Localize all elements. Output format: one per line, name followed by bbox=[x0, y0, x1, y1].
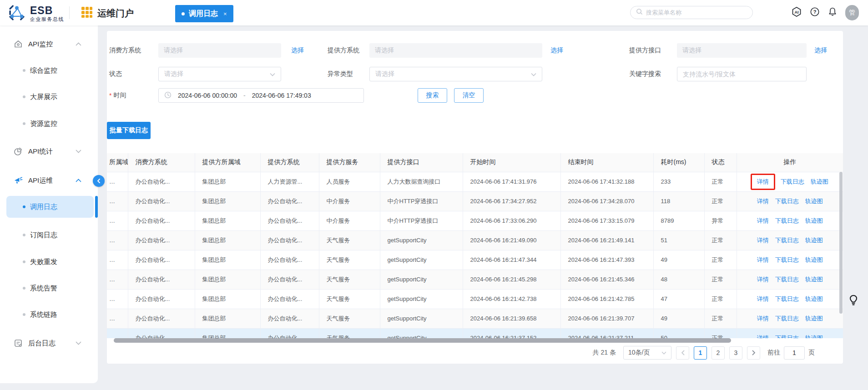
action-detail-link[interactable]: 详情 bbox=[757, 295, 769, 303]
lightbulb-icon[interactable] bbox=[848, 295, 859, 308]
action-detail-link[interactable]: 详情 bbox=[757, 197, 769, 205]
action-detail-link[interactable]: 详情 bbox=[757, 217, 769, 225]
column-header: 结束时间 bbox=[560, 153, 653, 172]
action-trace-map-link[interactable]: 轨迹图 bbox=[805, 217, 823, 225]
menu-search[interactable] bbox=[630, 6, 753, 19]
table-row: …办公自动化...集团总部办公自动化...天气服务getSupportCity2… bbox=[107, 309, 843, 328]
action-download-log-link[interactable]: 下载日志 bbox=[775, 236, 799, 245]
bell-icon[interactable] bbox=[828, 7, 838, 19]
action-download-log-link[interactable]: 下载日志 bbox=[775, 295, 799, 303]
sidebar-item-api-stats[interactable]: API统计 bbox=[0, 140, 98, 162]
action-trace-map-link[interactable]: 轨迹图 bbox=[805, 197, 823, 205]
sidebar-item-resource[interactable]: 资源监控 bbox=[0, 113, 98, 135]
provider-api-input[interactable]: 请选择 bbox=[677, 43, 807, 58]
action-download-log-link[interactable]: 下载日志 bbox=[781, 178, 804, 186]
column-header: 耗时(ms) bbox=[653, 153, 704, 172]
table-vertical-scrollbar[interactable] bbox=[839, 172, 843, 314]
search-button[interactable]: 搜索 bbox=[418, 88, 447, 103]
table-cell: 118 bbox=[653, 191, 704, 211]
action-trace-map-link[interactable]: 轨迹图 bbox=[805, 334, 823, 339]
sidebar-item-call-log[interactable]: 调用日志 bbox=[6, 196, 94, 218]
action-detail-link[interactable]: 详情 bbox=[757, 334, 769, 339]
table-cell: 办公自动化... bbox=[260, 191, 319, 211]
bullet-dot bbox=[23, 234, 25, 236]
clear-button[interactable]: 清空 bbox=[454, 88, 484, 103]
chevron-down-icon bbox=[76, 341, 81, 345]
action-trace-map-link[interactable]: 轨迹图 bbox=[805, 295, 823, 303]
table-cell: 48 bbox=[653, 270, 704, 289]
table-cell: … bbox=[107, 289, 128, 309]
action-trace-map-link[interactable]: 轨迹图 bbox=[811, 178, 828, 186]
page-number-3[interactable]: 3 bbox=[729, 346, 742, 360]
sidebar-item-api-monitor[interactable]: API监控 bbox=[0, 33, 98, 55]
action-download-log-link[interactable]: 下载日志 bbox=[775, 256, 799, 264]
keyword-input[interactable] bbox=[683, 70, 801, 78]
tab-close-icon[interactable]: × bbox=[223, 10, 227, 17]
table-cell: 2024-06-06 16:21:39.707 bbox=[560, 309, 653, 328]
goto-label: 前往 bbox=[767, 349, 780, 357]
sidebar-item-label: 调用日志 bbox=[30, 203, 57, 211]
time-start-value: 2024-06-06 00:00:00 bbox=[178, 92, 237, 99]
table-cell: 2024-06-06 17:34:27.952 bbox=[463, 191, 560, 211]
ai-assistant-icon[interactable]: AI bbox=[791, 6, 802, 19]
prev-page-button[interactable] bbox=[676, 346, 689, 360]
sidebar-item-backend-log[interactable]: 后台日志 bbox=[0, 332, 98, 354]
action-trace-map-link[interactable]: 轨迹图 bbox=[805, 315, 823, 323]
help-icon[interactable]: ? bbox=[810, 7, 820, 19]
next-page-button[interactable] bbox=[747, 346, 760, 360]
page-size-select[interactable]: 10条/页 bbox=[623, 346, 671, 360]
sidebar-item-retry[interactable]: 失败重发 bbox=[0, 251, 98, 273]
chevron-down-icon bbox=[661, 351, 666, 355]
table-cell: 人员服务 bbox=[319, 172, 380, 191]
action-download-log-link[interactable]: 下载日志 bbox=[775, 217, 799, 225]
sidebar-collapse-button[interactable] bbox=[93, 175, 105, 187]
main-panel: 消费方系统 请选择 选择 提供方系统 请选择 选择 提供方接口 请选择 选择 状… bbox=[107, 31, 843, 364]
status-select[interactable]: 请选择 bbox=[158, 67, 281, 81]
table-cell: 天气服务 bbox=[319, 250, 380, 270]
table-cell: … bbox=[107, 191, 128, 211]
action-download-log-link[interactable]: 下载日志 bbox=[775, 334, 799, 339]
action-detail-link[interactable]: 详情 bbox=[757, 236, 769, 245]
page-number-1[interactable]: 1 bbox=[694, 346, 707, 360]
action-download-log-link[interactable]: 下载日志 bbox=[775, 275, 799, 284]
consumer-system-select-link[interactable]: 选择 bbox=[291, 43, 304, 58]
provider-system-input[interactable]: 请选择 bbox=[369, 43, 542, 58]
sidebar-item-alarm[interactable]: 系统告警 bbox=[0, 277, 98, 299]
table-horizontal-scrollbar[interactable] bbox=[114, 338, 731, 343]
table-cell: 51 bbox=[653, 230, 704, 250]
action-detail-link[interactable]: 详情 bbox=[757, 256, 769, 264]
tab-call-log[interactable]: 调用日志 × bbox=[175, 5, 233, 22]
table-row: …办公自动化集团总部办公自动化天气服务getSupportCity2024-06… bbox=[107, 328, 843, 338]
goto-page-input[interactable] bbox=[784, 346, 805, 360]
menu-search-input[interactable] bbox=[646, 9, 747, 16]
bullet-dot bbox=[23, 69, 25, 72]
provider-system-select-link[interactable]: 选择 bbox=[550, 43, 563, 58]
table-cell: … bbox=[107, 230, 128, 250]
time-range-picker[interactable]: 2024-06-06 00:00:00 - 2024-06-06 17:49:0… bbox=[158, 88, 364, 103]
action-trace-map-link[interactable]: 轨迹图 bbox=[805, 256, 823, 264]
sidebar-item-big-screen[interactable]: 大屏展示 bbox=[0, 86, 98, 108]
table-cell: 人力资源管... bbox=[260, 172, 319, 191]
action-trace-map-link[interactable]: 轨迹图 bbox=[805, 275, 823, 284]
table-cell: 集团总部 bbox=[195, 211, 260, 230]
table-cell: 办公自动化... bbox=[128, 230, 195, 250]
batch-download-button[interactable]: 批量下载日志 bbox=[107, 122, 151, 139]
action-detail-link[interactable]: 详情 bbox=[757, 178, 769, 186]
page-number-2[interactable]: 2 bbox=[712, 346, 725, 360]
action-download-log-link[interactable]: 下载日志 bbox=[775, 197, 799, 205]
sidebar-item-subscribe-log[interactable]: 订阅日志 bbox=[0, 224, 98, 246]
filter-label-provider-system: 提供方系统 bbox=[328, 43, 359, 58]
exception-type-select[interactable]: 请选择 bbox=[369, 67, 542, 81]
action-detail-link[interactable]: 详情 bbox=[757, 315, 769, 323]
consumer-system-input[interactable]: 请选择 bbox=[158, 43, 281, 58]
sidebar-item-api-ops[interactable]: API运维 bbox=[0, 170, 98, 191]
action-detail-link[interactable]: 详情 bbox=[757, 275, 769, 284]
table-cell: 办公自动化... bbox=[260, 250, 319, 270]
provider-api-select-link[interactable]: 选择 bbox=[814, 43, 827, 58]
avatar[interactable]: 管 bbox=[845, 5, 859, 20]
sidebar-item-trace[interactable]: 系统链路 bbox=[0, 304, 98, 325]
sidebar-item-overview[interactable]: 综合监控 bbox=[0, 60, 98, 81]
action-download-log-link[interactable]: 下载日志 bbox=[775, 315, 799, 323]
table-cell: 集团总部 bbox=[195, 250, 260, 270]
action-trace-map-link[interactable]: 轨迹图 bbox=[805, 236, 823, 245]
